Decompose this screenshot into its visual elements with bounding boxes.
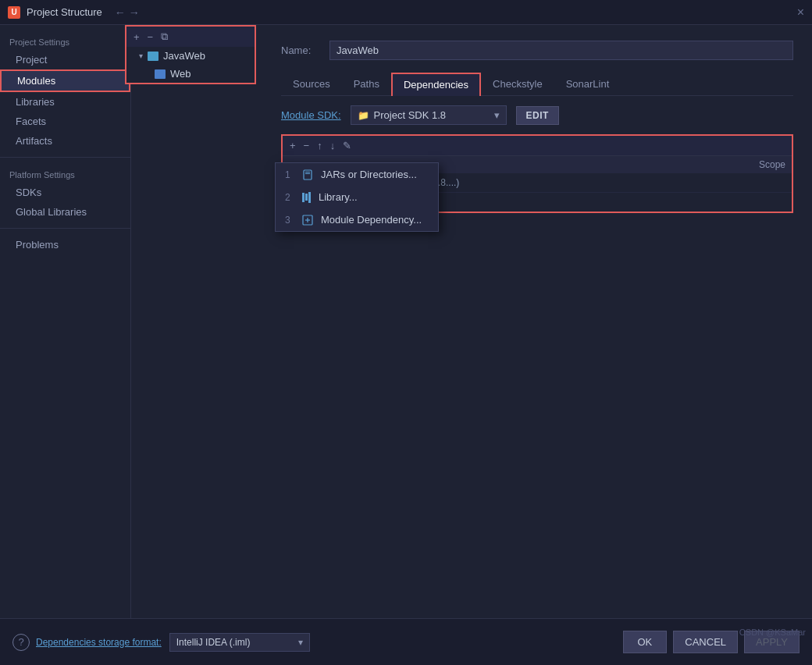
forward-arrow[interactable]: → [129,6,140,19]
close-button[interactable]: × [797,5,804,20]
ok-button[interactable]: OK [623,631,668,653]
module-dep-icon [302,215,313,226]
tab-paths[interactable]: Paths [342,73,391,95]
sdk-select[interactable]: 📁 Project SDK 1.8 ▾ [351,105,507,125]
tab-sources[interactable]: Sources [281,73,342,95]
name-label: Name: [281,44,320,56]
watermark: CSDN @KSaMar [739,628,806,637]
right-panel: Name: Sources Paths Dependencies Checkst… [262,25,812,665]
menu-item-jars[interactable]: 1 JARs or Directories... [276,163,438,186]
module-sdk-label[interactable]: Module SDK: [281,109,341,121]
sidebar-divider [0,157,130,158]
sdk-folder-icon: 📁 [358,110,369,121]
sidebar-item-modules[interactable]: Modules [0,69,130,92]
svg-rect-1 [305,172,310,172]
deps-col-scope: Scope [723,159,785,170]
tab-sonarlint[interactable]: SonarLint [554,73,621,95]
menu-item-library[interactable]: 2 Library... [276,186,438,208]
sidebar-item-problems[interactable]: Problems [0,235,130,254]
module-tree-panel: + − ⧉ ▾ JavaWeb Web [125,25,256,84]
chevron-down-icon: ▾ [139,52,143,60]
folder-icon [148,52,158,61]
deps-down-button[interactable]: ↓ [328,139,338,152]
sdk-dropdown-arrow: ▾ [494,109,500,121]
back-arrow[interactable]: ← [115,6,126,19]
deps-up-button[interactable]: ↑ [315,139,325,152]
storage-format-label: Dependencies storage format: [36,637,162,648]
deps-remove-button[interactable]: − [301,139,312,152]
tree-copy-button[interactable]: ⧉ [158,30,170,44]
project-settings-label: Project Settings [0,31,130,50]
storage-format-row: Dependencies storage format: IntelliJ ID… [36,633,310,652]
cancel-button[interactable]: CANCEL [673,631,738,653]
tab-dependencies[interactable]: Dependencies [391,73,481,96]
storage-format-select[interactable]: IntelliJ IDEA (.iml) ▾ [169,633,310,652]
sidebar-item-artifacts[interactable]: Artifacts [0,131,130,151]
dropdown-menu: 1 JARs or Directories... 2 Libra [275,162,439,232]
tree-item-javaweb[interactable]: ▾ JavaWeb [126,47,255,65]
deps-add-button[interactable]: + [287,139,298,152]
help-button[interactable]: ? [12,634,30,651]
name-input[interactable] [329,41,793,60]
sidebar-item-project[interactable]: Project [0,50,130,69]
window-title: Project Structure [27,6,102,18]
title-bar: U Project Structure ← → × [0,0,812,25]
sdk-row: Module SDK: 📁 Project SDK 1.8 ▾ EDIT [281,105,793,125]
storage-dropdown-arrow: ▾ [298,637,303,648]
deps-edit-button[interactable]: ✎ [340,139,354,152]
tabs-row: Sources Paths Dependencies Checkstyle So… [281,73,793,96]
platform-settings-label: Platform Settings [0,164,130,183]
storage-format-value: IntelliJ IDEA (.iml) [176,637,251,648]
tab-checkstyle[interactable]: Checkstyle [481,73,554,95]
sidebar-item-global-libraries[interactable]: Global Libraries [0,202,130,222]
edit-button[interactable]: EDIT [516,106,559,125]
main-layout: Project Settings Project Modules Librari… [0,25,812,665]
bottom-bar: ? Dependencies storage format: IntelliJ … [0,618,812,665]
sidebar: Project Settings Project Modules Librari… [0,25,131,665]
sidebar-divider-2 [0,228,130,229]
menu-item-module-dep[interactable]: 3 Module Dependency... [276,208,438,231]
jars-icon [302,169,313,180]
app-icon: U [8,6,20,19]
svg-rect-0 [304,170,312,180]
sdk-value: Project SDK 1.8 [374,109,447,121]
tree-item-web[interactable]: Web [126,65,255,83]
sidebar-item-sdks[interactable]: SDKs [0,183,130,202]
deps-toolbar: + − ↑ ↓ ✎ [283,136,792,156]
sidebar-item-libraries[interactable]: Libraries [0,92,130,112]
svg-rect-2 [305,173,310,174]
tree-add-button[interactable]: + [131,30,142,44]
tree-toolbar: + − ⧉ [126,27,255,47]
tree-remove-button[interactable]: − [145,30,156,44]
library-icon [302,192,311,203]
nav-arrows: ← → [115,6,140,19]
sidebar-item-facets[interactable]: Facets [0,112,130,131]
name-row: Name: [281,41,793,60]
title-bar-left: U Project Structure ← → [8,6,140,19]
module-icon [155,69,166,79]
bottom-left: ? Dependencies storage format: IntelliJ … [12,633,310,652]
